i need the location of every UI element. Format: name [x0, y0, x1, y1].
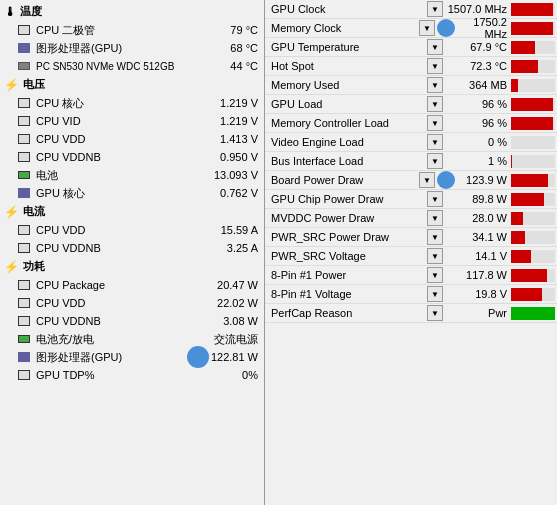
right-row-value: 96 %	[457, 117, 509, 129]
gpu-power-blue-indicator	[187, 346, 209, 368]
cpu-diode-label: CPU 二极管	[36, 23, 198, 38]
right-row: PerfCap Reason▼Pwr	[265, 304, 557, 323]
dropdown-arrow[interactable]: ▼	[427, 58, 443, 74]
bar-fill	[511, 288, 542, 301]
bar-fill	[511, 3, 553, 16]
dropdown-arrow[interactable]: ▼	[427, 153, 443, 169]
cpu-core-v-row: CPU 核心 1.219 V	[0, 94, 264, 112]
voltage-header: ⚡ 电压	[0, 75, 264, 94]
cpu-vdd-v-row: CPU VDD 1.413 V	[0, 130, 264, 148]
cpu-diode-row: CPU 二极管 79 °C	[0, 21, 264, 39]
right-row-label: Board Power Draw	[267, 174, 419, 186]
left-panel: 🌡 温度 CPU 二极管 79 °C 图形处理器(GPU) 68 °C PC S…	[0, 0, 265, 505]
right-row: Memory Clock▼1750.2 MHz	[265, 19, 557, 38]
bar-fill	[511, 60, 538, 73]
bar-container	[511, 288, 555, 301]
dropdown-arrow[interactable]: ▼	[419, 172, 435, 188]
dropdown-arrow[interactable]: ▼	[427, 77, 443, 93]
dropdown-arrow[interactable]: ▼	[427, 286, 443, 302]
dropdown-arrow[interactable]: ▼	[427, 96, 443, 112]
cpu-vdd-a-label: CPU VDD	[36, 224, 198, 236]
drive-temp-label: PC SN530 NVMe WDC 512GB	[36, 61, 198, 72]
right-row-label: 8-Pin #1 Power	[267, 269, 427, 281]
dropdown-arrow[interactable]: ▼	[427, 210, 443, 226]
right-row: GPU Temperature▼67.9 °C	[265, 38, 557, 57]
battery-charge-row: 电池充/放电 交流电源	[0, 330, 264, 348]
dropdown-arrow[interactable]: ▼	[419, 20, 435, 36]
dropdown-arrow[interactable]: ▼	[427, 305, 443, 321]
bar-container	[511, 3, 555, 16]
dropdown-arrow[interactable]: ▼	[427, 39, 443, 55]
bar-fill	[511, 22, 553, 35]
right-row: MVDDC Power Draw▼28.0 W	[265, 209, 557, 228]
right-row-label: GPU Chip Power Draw	[267, 193, 427, 205]
right-row-label: Memory Controller Load	[267, 117, 427, 129]
dropdown-arrow[interactable]: ▼	[427, 115, 443, 131]
cpu-vid-label: CPU VID	[36, 115, 198, 127]
drive-temp-row: PC SN530 NVMe WDC 512GB 44 °C	[0, 57, 264, 75]
bar-fill	[511, 174, 548, 187]
cpu-diode-value: 79 °C	[198, 24, 258, 36]
bar-fill	[511, 79, 518, 92]
bar-container	[511, 250, 555, 263]
voltage-label: 电压	[23, 77, 45, 92]
bar-fill	[511, 307, 555, 320]
cpu-pkg-row: CPU Package 20.47 W	[0, 276, 264, 294]
chip-icon	[18, 25, 32, 35]
dropdown-arrow[interactable]: ▼	[427, 1, 443, 17]
chip-icon-p4	[18, 370, 32, 380]
right-row-label: GPU Temperature	[267, 41, 427, 53]
temperature-header: 🌡 温度	[0, 2, 264, 21]
right-row-label: PWR_SRC Power Draw	[267, 231, 427, 243]
dropdown-arrow[interactable]: ▼	[427, 191, 443, 207]
power-header: ⚡ 功耗	[0, 257, 264, 276]
right-row: Video Engine Load▼0 %	[265, 133, 557, 152]
battery-charge-label: 电池充/放电	[36, 332, 198, 347]
dropdown-arrow[interactable]: ▼	[427, 134, 443, 150]
bar-container	[511, 41, 555, 54]
battery-v-label: 电池	[36, 168, 198, 183]
bar-container	[511, 212, 555, 225]
cpu-vddnb-a-row: CPU VDDNB 3.25 A	[0, 239, 264, 257]
right-row-label: PWR_SRC Voltage	[267, 250, 427, 262]
right-row-label: 8-Pin #1 Voltage	[267, 288, 427, 300]
chip-icon-v1	[18, 98, 32, 108]
gpu-icon-v	[18, 188, 32, 198]
bar-fill	[511, 250, 531, 263]
drive-icon	[18, 61, 32, 71]
right-panel: GPU Clock▼1507.0 MHzMemory Clock▼1750.2 …	[265, 0, 557, 505]
right-row-value: 1 %	[457, 155, 509, 167]
right-row-label: GPU Load	[267, 98, 427, 110]
dropdown-arrow[interactable]: ▼	[427, 267, 443, 283]
cpu-vddnb-v-value: 0.950 V	[198, 151, 258, 163]
dropdown-arrow[interactable]: ▼	[427, 248, 443, 264]
chip-icon-a1	[18, 225, 32, 235]
chip-icon-p2	[18, 298, 32, 308]
cpu-pkg-label: CPU Package	[36, 279, 198, 291]
right-row-value: 28.0 W	[457, 212, 509, 224]
bar-container	[511, 269, 555, 282]
cpu-vddnb-v-label: CPU VDDNB	[36, 151, 198, 163]
right-row: PWR_SRC Voltage▼14.1 V	[265, 247, 557, 266]
bar-fill	[511, 269, 547, 282]
gpu-core-v-label: GPU 核心	[36, 186, 198, 201]
cpu-vid-value: 1.219 V	[198, 115, 258, 127]
dropdown-arrow[interactable]: ▼	[427, 229, 443, 245]
cpu-vdd-v-value: 1.413 V	[198, 133, 258, 145]
right-row: 8-Pin #1 Power▼117.8 W	[265, 266, 557, 285]
cpu-vddnb-w-value: 3.08 W	[198, 315, 258, 327]
current-header: ⚡ 电流	[0, 202, 264, 221]
gpu-tdp-value: 0%	[198, 369, 258, 381]
temperature-label: 温度	[20, 4, 42, 19]
cpu-vdd-w-label: CPU VDD	[36, 297, 198, 309]
right-row-label: Memory Clock	[267, 22, 419, 34]
right-row: GPU Chip Power Draw▼89.8 W	[265, 190, 557, 209]
bar-container	[511, 155, 555, 168]
right-row-label: Memory Used	[267, 79, 427, 91]
battery-icon-p	[18, 334, 32, 344]
gpu-core-v-value: 0.762 V	[198, 187, 258, 199]
right-row-value: 89.8 W	[457, 193, 509, 205]
right-row-label: PerfCap Reason	[267, 307, 427, 319]
cpu-vdd-v-label: CPU VDD	[36, 133, 198, 145]
right-row-value: 117.8 W	[457, 269, 509, 281]
